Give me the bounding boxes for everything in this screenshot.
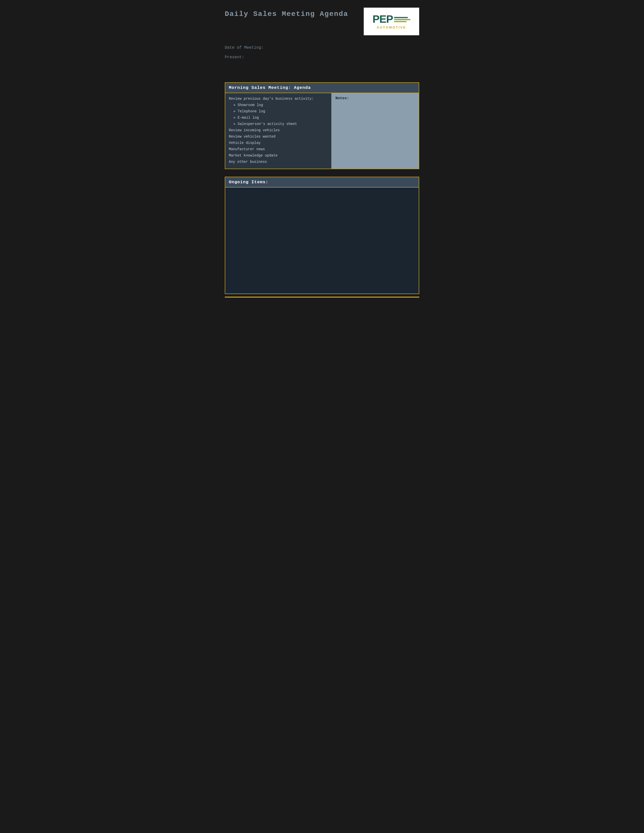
notes-label: Notes:: [335, 96, 415, 100]
logo-swoosh: [394, 17, 411, 23]
title-area: Daily Sales Meeting Agenda: [225, 8, 348, 18]
agenda-manufacturer-news: Manufacturer news: [229, 147, 328, 152]
ongoing-section: Ongoing Items:: [225, 177, 419, 294]
swoosh-line-3: [394, 21, 407, 22]
ongoing-body: [225, 188, 419, 294]
logo-pep-area: PEP: [372, 14, 411, 24]
swoosh-line-2: [394, 19, 411, 20]
page-title: Daily Sales Meeting Agenda: [225, 10, 348, 18]
morning-meeting-header: Morning Sales Meeting: Agenda: [225, 83, 419, 93]
bottom-bar: [225, 297, 419, 298]
agenda-sub-telephone: Telephone log: [233, 109, 328, 114]
agenda-intro: Review previous day's business activity:: [229, 96, 328, 101]
morning-meeting-body: Review previous day's business activity:…: [225, 93, 419, 169]
company-logo: PEP AUTOMOTIVE: [364, 8, 419, 35]
agenda-review-wanted: Review vehicles wanted: [229, 134, 328, 139]
spacer: [225, 67, 419, 82]
page-header: Daily Sales Meeting Agenda PEP AUTOMOTIV…: [225, 8, 419, 35]
present-label: Present:: [225, 55, 419, 60]
logo-text: PEP: [372, 14, 393, 24]
swoosh-line-1: [394, 17, 408, 18]
agenda-sub-showroom: Showroom log: [233, 103, 328, 108]
date-label: Date of Meeting:: [225, 45, 419, 50]
agenda-review-incoming: Review incoming vehicles: [229, 128, 328, 133]
morning-meeting-section: Morning Sales Meeting: Agenda Review pre…: [225, 82, 419, 169]
agenda-market-knowledge: Market knowledge update: [229, 153, 328, 158]
meta-section: Date of Meeting: Present:: [225, 45, 419, 60]
logo-subtitle: AUTOMOTIVE: [377, 26, 406, 29]
agenda-column: Review previous day's business activity:…: [225, 93, 332, 169]
agenda-vehicle-display: Vehicle display: [229, 140, 328, 146]
agenda-sub-salesperson: Salesperson's activity sheet: [233, 121, 328, 127]
ongoing-header: Ongoing Items:: [225, 177, 419, 188]
agenda-sub-email: E-mail log: [233, 115, 328, 121]
notes-column: Notes:: [332, 93, 419, 169]
agenda-other-business: Any other business: [229, 159, 328, 165]
